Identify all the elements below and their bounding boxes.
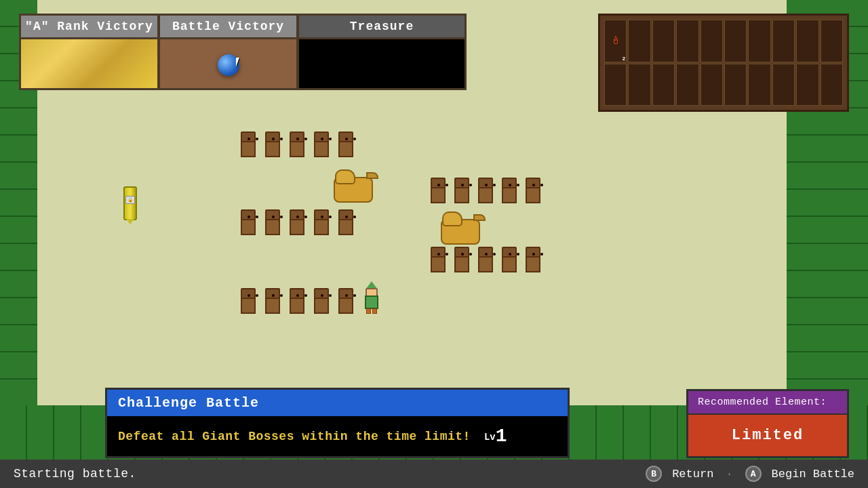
minion-row-2 xyxy=(237,207,357,235)
inventory-slot-3 xyxy=(652,20,675,62)
key-item: 🔒 xyxy=(123,186,137,220)
begin-battle-hint: Begin Battle xyxy=(772,468,854,481)
inventory-slot-4 xyxy=(676,20,698,62)
status-bar: Starting battle. B Return · A Begin Batt… xyxy=(0,460,868,488)
separator: · xyxy=(726,468,732,481)
status-text: Starting battle. xyxy=(14,467,136,481)
boss-creature-1 xyxy=(332,168,380,209)
button-hints: B Return · A Begin Battle xyxy=(646,466,854,482)
blue-orb xyxy=(218,54,239,76)
inventory-slot-2 xyxy=(628,20,650,62)
limited-badge: Limited xyxy=(688,415,847,456)
inventory-slot-9 xyxy=(796,20,818,62)
right-panel: Recommended Element: Limited xyxy=(686,389,849,458)
inventory-slot-11 xyxy=(604,64,627,106)
inventory-slot-17 xyxy=(748,64,770,106)
inventory-slot-12 xyxy=(628,64,650,106)
inventory-slot-5 xyxy=(701,20,723,62)
challenge-description: Defeat all Giant Bosses within the time … xyxy=(107,416,568,456)
inventory-slot-16 xyxy=(724,64,747,106)
tab-treasure[interactable]: Treasure xyxy=(297,14,467,39)
inventory-slot-10 xyxy=(821,20,843,62)
recommended-element-label: Recommended Element: xyxy=(688,391,847,415)
inventory-slot-7 xyxy=(748,20,770,62)
inventory-slot-19 xyxy=(796,64,818,106)
bottom-panel: Challenge Battle Defeat all Giant Bosses… xyxy=(105,388,570,458)
a-button-icon: A xyxy=(745,466,762,482)
inventory-grid: 🕯 2 xyxy=(600,16,847,110)
challenge-desc-text: Defeat all Giant Bosses within the time … xyxy=(118,430,471,443)
inventory-slot-8 xyxy=(772,20,795,62)
inventory-slot-18 xyxy=(772,64,795,106)
battle-victory-content xyxy=(158,39,297,90)
inventory-slot-15 xyxy=(701,64,723,106)
level-indicator: Lv1 xyxy=(484,426,507,447)
top-hud: "A" Rank Victory Battle Victory Treasure xyxy=(19,14,467,90)
challenge-title-bar: Challenge Battle xyxy=(107,390,568,416)
minion-row-bottom xyxy=(237,281,382,314)
inventory-slot-candle: 🕯 2 xyxy=(604,20,627,62)
tab-battle-victory[interactable]: Battle Victory xyxy=(158,14,297,39)
treasure-content xyxy=(297,39,467,90)
minion-group-right-top xyxy=(427,175,546,203)
inventory-slot-14 xyxy=(676,64,698,106)
inventory-slot-20 xyxy=(821,64,843,106)
inventory-panel: 🕯 2 xyxy=(598,14,849,112)
b-button-icon: B xyxy=(646,466,662,482)
link-sprite xyxy=(361,281,382,314)
return-hint: Return xyxy=(672,468,713,481)
inventory-slot-6 xyxy=(724,20,747,62)
inventory-slot-13 xyxy=(652,64,675,106)
minion-group-right-bottom xyxy=(427,244,546,272)
minion-row-1 xyxy=(237,129,357,157)
tab-a-rank-victory[interactable]: "A" Rank Victory xyxy=(19,14,158,39)
a-rank-content xyxy=(19,39,158,90)
